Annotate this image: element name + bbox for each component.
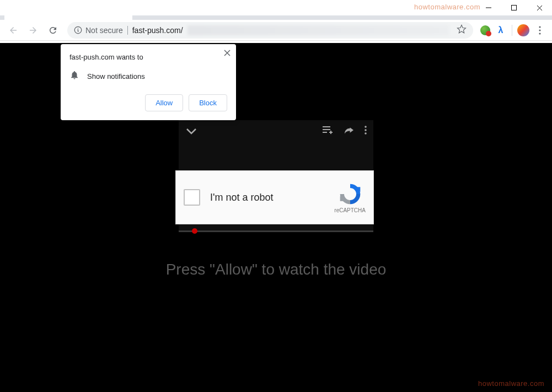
allow-button[interactable]: Allow	[145, 94, 183, 111]
recaptcha-logo: reCAPTCHA	[334, 182, 366, 213]
site-info-button[interactable]: Not secure	[74, 26, 123, 35]
bookmark-button[interactable]	[457, 24, 467, 36]
window-titlebar: howtomalware.com	[0, 0, 552, 15]
player-controls	[179, 120, 373, 142]
watermark-text: howtomalware.com	[414, 3, 480, 11]
playlist-add-icon[interactable]	[323, 126, 334, 137]
address-bar[interactable]: Not secure fast-push.com/	[67, 22, 473, 39]
share-icon[interactable]	[344, 126, 355, 137]
svg-point-2	[539, 26, 540, 28]
permission-label: Show notifications	[87, 72, 145, 80]
prompt-title: fast-push.com wants to	[69, 53, 227, 61]
block-button[interactable]: Block	[189, 94, 227, 111]
recaptcha-icon	[338, 182, 362, 206]
recaptcha-widget: I'm not a robot reCAPTCHA	[175, 170, 374, 224]
svg-point-7	[365, 132, 367, 135]
extension-lambda-icon[interactable]: λ	[494, 24, 507, 37]
notification-permission-prompt: fast-push.com wants to Show notification…	[61, 44, 236, 120]
progress-bar[interactable]	[179, 230, 373, 232]
browser-toolbar: Not secure fast-push.com/ λ	[0, 20, 552, 41]
svg-rect-0	[512, 6, 517, 10]
recaptcha-checkbox[interactable]	[184, 189, 200, 206]
url-text: fast-push.com/	[132, 26, 183, 35]
browser-menu-button[interactable]	[532, 23, 548, 38]
recaptcha-label: I'm not a robot	[210, 192, 324, 203]
close-prompt-button[interactable]	[224, 49, 231, 58]
profile-avatar[interactable]	[517, 24, 530, 37]
separator	[127, 26, 128, 35]
progress-handle[interactable]	[192, 228, 197, 234]
info-icon	[74, 26, 82, 34]
forward-button[interactable]	[24, 22, 42, 39]
svg-point-5	[365, 126, 367, 128]
svg-point-6	[365, 129, 367, 131]
svg-point-3	[539, 29, 540, 31]
instruction-text: Press "Allow" to watch the video	[0, 261, 552, 278]
separator	[512, 25, 512, 36]
maximize-button[interactable]	[501, 0, 527, 15]
bell-icon	[69, 70, 79, 82]
url-blurred	[187, 25, 449, 35]
close-window-button[interactable]	[527, 0, 552, 15]
svg-point-4	[539, 33, 540, 34]
watermark-text: howtomalware.com	[478, 379, 544, 388]
chevron-down-icon[interactable]	[185, 128, 197, 135]
not-secure-label: Not secure	[85, 26, 123, 35]
recaptcha-brand: reCAPTCHA	[334, 207, 366, 213]
reload-button[interactable]	[44, 22, 62, 39]
extension-globe-icon[interactable]	[479, 24, 492, 37]
more-icon[interactable]	[365, 126, 367, 137]
back-button[interactable]	[4, 22, 22, 39]
